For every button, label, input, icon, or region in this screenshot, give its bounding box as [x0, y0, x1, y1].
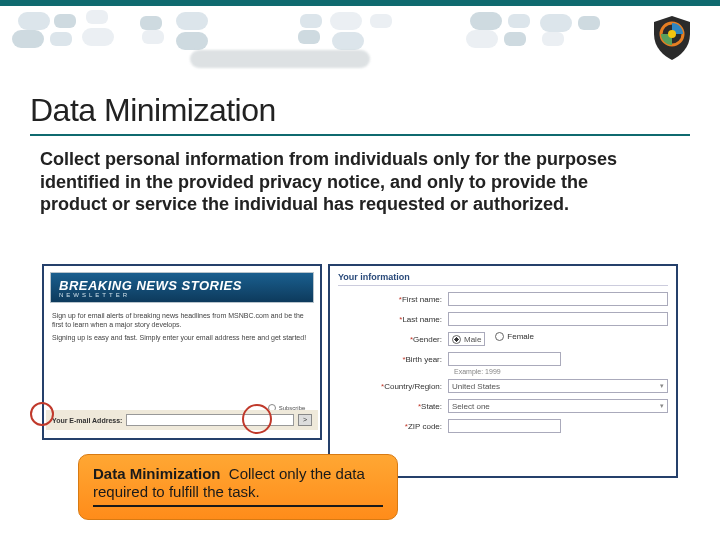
last-name-label: Last name: — [402, 315, 442, 324]
state-field: *State: Select one ▾ — [338, 399, 668, 413]
example-screenshots: BREAKING NEWS STORIES NEWSLETTER Sign up… — [42, 264, 678, 478]
zip-label: ZIP code: — [408, 422, 442, 431]
title-underline — [30, 134, 690, 136]
zip-field: *ZIP code: — [338, 419, 668, 433]
shield-badge-icon — [648, 14, 696, 62]
gender-male-radio[interactable]: Male — [448, 332, 485, 346]
state-label: State: — [421, 402, 442, 411]
birth-year-input[interactable] — [448, 352, 561, 366]
first-name-input[interactable] — [448, 292, 668, 306]
gender-female-radio[interactable]: Female — [495, 332, 534, 346]
go-button[interactable]: > — [298, 414, 312, 426]
decorative-blur-bar — [190, 50, 370, 68]
callout-bold: Data Minimization — [93, 465, 221, 482]
country-value: United States — [452, 382, 500, 391]
form-heading: Your information — [338, 272, 668, 286]
country-select[interactable]: United States ▾ — [448, 379, 668, 393]
country-field: *Country/Region: United States ▾ — [338, 379, 668, 393]
first-name-label: First name: — [402, 295, 442, 304]
callout-box: Data Minimization Collect only the data … — [78, 454, 398, 520]
newsletter-banner: BREAKING NEWS STORIES NEWSLETTER — [50, 272, 314, 303]
birth-year-field: *Birth year: — [338, 352, 668, 366]
state-value: Select one — [452, 402, 490, 411]
chevron-down-icon: ▾ — [660, 382, 664, 390]
state-select[interactable]: Select one ▾ — [448, 399, 668, 413]
last-name-field: *Last name: — [338, 312, 668, 326]
banner-title: BREAKING NEWS STORIES — [59, 279, 305, 292]
birth-year-label: Birth year: — [406, 355, 442, 364]
last-name-input[interactable] — [448, 312, 668, 326]
annotation-circle-left — [30, 402, 54, 426]
annotation-circle-right — [242, 404, 272, 434]
newsletter-copy-1: Sign up for email alerts of breaking new… — [48, 305, 316, 331]
gender-label: Gender: — [413, 335, 442, 344]
body-paragraph: Collect personal information from indivi… — [40, 148, 660, 216]
birth-year-hint: Example: 1999 — [454, 368, 668, 375]
your-information-panel: Your information *First name: *Last name… — [328, 264, 678, 478]
chevron-down-icon: ▾ — [660, 402, 664, 410]
email-row: Your E-mail Address: > — [46, 410, 318, 430]
zip-input[interactable] — [448, 419, 561, 433]
svg-point-1 — [668, 30, 676, 38]
top-accent-bar — [0, 0, 720, 6]
email-label: Your E-mail Address: — [52, 417, 122, 424]
first-name-field: *First name: — [338, 292, 668, 306]
gender-field: *Gender: Male Female — [338, 332, 668, 346]
newsletter-copy-2: Signing up is easy and fast. Simply ente… — [48, 331, 316, 344]
country-label: Country/Region: — [384, 382, 442, 391]
slide-title: Data Minimization — [30, 92, 276, 129]
newsletter-panel: BREAKING NEWS STORIES NEWSLETTER Sign up… — [42, 264, 322, 440]
callout-underline — [93, 505, 383, 507]
